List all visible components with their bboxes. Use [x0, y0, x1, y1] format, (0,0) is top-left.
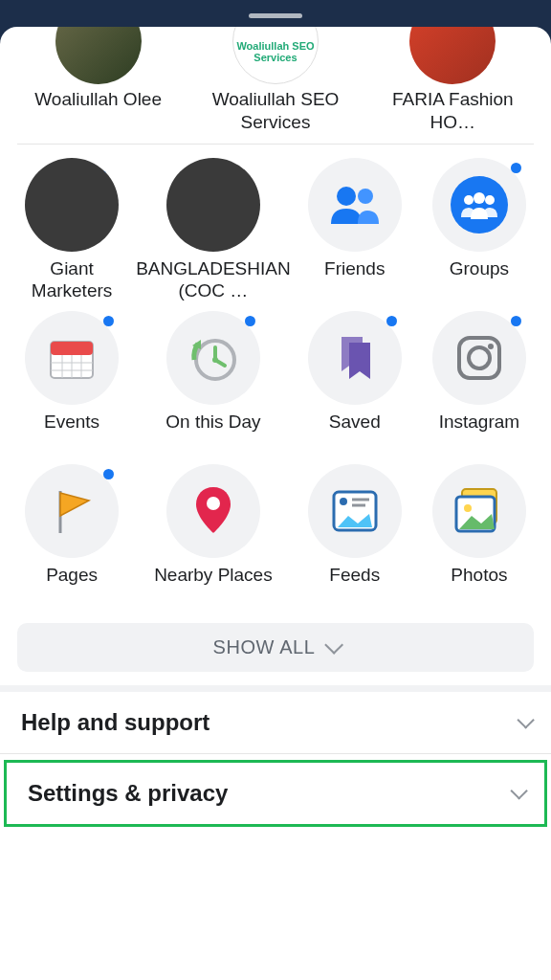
- svg-point-0: [337, 187, 356, 206]
- calendar-icon: [25, 311, 119, 405]
- chevron-down-icon: [517, 711, 534, 728]
- shortcut-label: Woaliullah Olee: [14, 88, 182, 111]
- shortcuts-row: Woaliullah Olee Woaliullah SEO Services …: [0, 27, 551, 134]
- menu-label: Events: [42, 411, 101, 457]
- menu-label: Nearby Places: [152, 564, 275, 610]
- menu-label: Feeds: [327, 564, 382, 610]
- svg-point-17: [212, 357, 218, 363]
- menu-item-friends[interactable]: Friends: [293, 158, 417, 303]
- svg-rect-18: [459, 338, 499, 378]
- menu-item-feeds[interactable]: Feeds: [293, 464, 417, 610]
- notification-dot: [511, 163, 521, 173]
- svg-point-29: [464, 504, 472, 512]
- drag-handle[interactable]: [249, 13, 302, 18]
- show-all-button[interactable]: SHOW ALL: [17, 623, 534, 672]
- menu-label: Pages: [44, 564, 99, 610]
- menu-label: Friends: [322, 257, 386, 303]
- friends-icon: [308, 158, 402, 252]
- svg-point-3: [464, 195, 474, 205]
- accordion-title: Settings & privacy: [28, 780, 228, 807]
- svg-point-24: [340, 498, 347, 505]
- show-all-label: SHOW ALL: [212, 636, 315, 658]
- groups-icon: [432, 158, 526, 252]
- clash-image: [166, 158, 260, 252]
- clock-icon: [166, 311, 260, 405]
- notification-dot: [103, 163, 114, 173]
- chevron-down-icon: [510, 782, 527, 799]
- menu-label: Instagram: [437, 411, 521, 457]
- menu-item-pages[interactable]: Pages: [10, 464, 134, 610]
- notification-dot: [103, 316, 114, 326]
- pin-icon: [166, 464, 260, 558]
- menu-item-photos[interactable]: Photos: [417, 464, 541, 610]
- shortcut-item[interactable]: Woaliullah SEO Services Woaliullah SEO S…: [187, 27, 363, 134]
- help-and-support-row[interactable]: Help and support: [0, 685, 551, 754]
- svg-point-5: [485, 195, 495, 205]
- chevron-down-icon: [324, 635, 343, 655]
- menu-sheet: Woaliullah Olee Woaliullah SEO Services …: [0, 27, 551, 980]
- menu-item-bangladeshian[interactable]: BANGLADESHIAN (COC …: [134, 158, 293, 303]
- svg-point-4: [474, 192, 485, 204]
- instagram-icon: [432, 311, 526, 405]
- avatar: [409, 27, 496, 84]
- svg-point-2: [451, 176, 508, 234]
- menu-label: Giant Marketers: [10, 257, 134, 303]
- shortcut-item[interactable]: Woaliullah Olee: [11, 27, 186, 134]
- svg-point-22: [207, 497, 220, 510]
- divider: [17, 144, 534, 145]
- svg-point-19: [469, 347, 490, 368]
- shortcut-label: Woaliullah SEO Services: [191, 88, 359, 134]
- accordion-title: Help and support: [21, 709, 209, 736]
- shortcut-label: FARIA Fashion HO…: [369, 88, 537, 134]
- avatar: [55, 27, 142, 84]
- flag-icon: [25, 464, 119, 558]
- svg-point-20: [488, 344, 494, 349]
- notification-dot: [511, 316, 521, 326]
- notification-dot: [386, 316, 397, 326]
- menu-item-nearby-places[interactable]: Nearby Places: [134, 464, 293, 610]
- svg-rect-7: [51, 342, 93, 355]
- avatar: Woaliullah SEO Services: [232, 27, 319, 84]
- menu-label: On this Day: [164, 411, 262, 457]
- menu-label: Saved: [327, 411, 383, 457]
- menu-label: Photos: [449, 564, 509, 610]
- menu-grid: Giant Marketers BANGLADESHIAN (COC … Fri…: [0, 152, 551, 610]
- shortcut-item[interactable]: FARIA Fashion HO…: [365, 27, 540, 134]
- notification-dot: [103, 469, 114, 479]
- menu-item-saved[interactable]: Saved: [293, 311, 417, 457]
- photos-icon: [432, 464, 526, 558]
- menu-label: Groups: [448, 257, 511, 303]
- settings-and-privacy-row[interactable]: Settings & privacy: [4, 760, 547, 827]
- chalkboard-image: [25, 158, 119, 252]
- menu-item-events[interactable]: Events: [10, 311, 134, 457]
- notification-dot: [245, 316, 255, 326]
- svg-point-1: [358, 189, 373, 204]
- bookmark-icon: [308, 311, 402, 405]
- menu-item-on-this-day[interactable]: On this Day: [134, 311, 293, 457]
- menu-label: BANGLADESHIAN (COC …: [134, 257, 293, 303]
- menu-item-giant-marketers[interactable]: Giant Marketers: [10, 158, 134, 303]
- menu-item-groups[interactable]: Groups: [417, 158, 541, 303]
- feeds-icon: [308, 464, 402, 558]
- menu-item-instagram[interactable]: Instagram: [417, 311, 541, 457]
